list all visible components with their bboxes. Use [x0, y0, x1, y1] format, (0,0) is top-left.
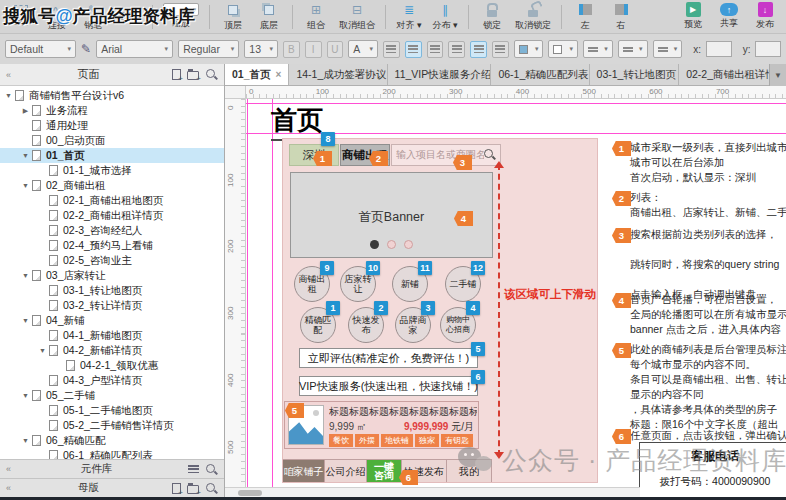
masters-search-button[interactable]: [205, 482, 218, 495]
vip-service-bar[interactable]: VIP快速服务(快速出租，快速找铺！): [299, 376, 478, 396]
font-size-dropdown[interactable]: 13▾: [244, 40, 278, 58]
tree-item[interactable]: 通用处理: [0, 118, 224, 133]
tree-item[interactable]: ▼03_店家转让: [0, 268, 224, 283]
tool-right[interactable]: 右: [608, 2, 634, 32]
phone-wireframe-panel[interactable]: 深圳 商铺出租 输入项目名或商圈名 8 1 2 3 首页Banner 4 商铺出…: [282, 138, 598, 483]
document-tab[interactable]: 11_VIP快速服务介绍×: [388, 64, 492, 85]
align-right-button[interactable]: [427, 41, 444, 58]
close-icon[interactable]: ×: [276, 69, 282, 80]
twisty-icon[interactable]: ▼: [21, 437, 30, 444]
horizontal-scrollbar[interactable]: [225, 487, 640, 497]
tool-align[interactable]: ≣对齐 ▾: [396, 2, 422, 32]
tree-item[interactable]: 04-2-1_领取优惠: [0, 358, 224, 373]
tree-item[interactable]: 05-1_二手铺地图页: [0, 403, 224, 418]
twisty-icon[interactable]: ▼: [4, 92, 13, 99]
tree-item[interactable]: 02-1_商铺出租地图页: [0, 193, 224, 208]
twisty-icon[interactable]: ▼: [38, 347, 47, 354]
tab-overflow-button[interactable]: ▼: [769, 64, 786, 86]
add-master-button[interactable]: [172, 483, 181, 494]
tree-item[interactable]: 04-1_新铺地图页: [0, 328, 224, 343]
tree-item[interactable]: 02-5_咨询业主: [0, 253, 224, 268]
scrollbar-handle[interactable]: [238, 490, 262, 496]
tree-item[interactable]: ▼06_精确匹配: [0, 433, 224, 448]
italic-button[interactable]: I: [305, 41, 322, 58]
tree-item[interactable]: 03-2_转让详情页: [0, 298, 224, 313]
tool-preview[interactable]: ▶预览: [680, 2, 706, 31]
border-color-dropdown[interactable]: ▾: [548, 40, 578, 58]
document-tab[interactable]: 03-1_转让地图页×: [590, 64, 680, 85]
carousel-dot[interactable]: [387, 240, 396, 249]
design-canvas[interactable]: 首页 深圳 商铺出租 输入项目名或商圈名 8 1 2 3 首页Banner 4 …: [246, 99, 786, 497]
tree-item[interactable]: 02-3_咨询经纪人: [0, 223, 224, 238]
tool-bottom[interactable]: 底层: [256, 2, 282, 32]
add-folder-button[interactable]: [187, 69, 199, 80]
phone-tab-一键咨询[interactable]: 一键咨询: [367, 459, 402, 482]
twisty-icon[interactable]: ▼: [21, 392, 30, 399]
edit-style-icon[interactable]: ✎: [81, 42, 91, 56]
valign-top-button[interactable]: [448, 41, 465, 58]
tool-unlock[interactable]: 取消锁定: [515, 2, 551, 32]
bold-button[interactable]: B: [283, 41, 300, 58]
line-width-dropdown[interactable]: ▾: [583, 40, 613, 58]
tree-item[interactable]: ▼01_首页: [0, 148, 224, 163]
listing-card[interactable]: 标题标题标题标题标题标题标题标题 9,999 ㎡ 9,999,999 元/月 餐…: [284, 401, 479, 449]
carousel-dot[interactable]: [404, 240, 413, 249]
style-dropdown[interactable]: Default▾: [5, 40, 76, 58]
font-dropdown[interactable]: Arial▾: [96, 40, 173, 58]
tree-item[interactable]: ▼02_商铺出租: [0, 178, 224, 193]
tree-item[interactable]: 00_启动页面: [0, 133, 224, 148]
tree-item[interactable]: ▶业务流程: [0, 103, 224, 118]
tree-item[interactable]: 01-1_城市选择: [0, 163, 224, 178]
phone-tab-公司介绍[interactable]: 公司介绍: [325, 459, 367, 482]
tree-item[interactable]: 03-1_转让地图页: [0, 283, 224, 298]
tree-item[interactable]: 05-2_二手铺销售详情页: [0, 418, 224, 433]
carousel-dot-active[interactable]: [370, 240, 379, 249]
tree-item[interactable]: ▼04_新铺: [0, 313, 224, 328]
tool-top[interactable]: 顶层: [220, 2, 246, 32]
tool-lock[interactable]: 锁定: [479, 2, 505, 32]
library-panel-header[interactable]: « 元件库: [0, 459, 224, 478]
tool-group[interactable]: ⊞组合: [303, 2, 329, 32]
tool-ungroup[interactable]: ⊟取消组合: [339, 2, 375, 32]
font-color-dropdown[interactable]: A▾: [348, 40, 378, 58]
x-input[interactable]: [706, 41, 732, 57]
tree-item[interactable]: 06-1_精确匹配列表: [0, 448, 224, 459]
valign-middle-button[interactable]: [470, 41, 487, 58]
document-tab[interactable]: 01_首页×: [225, 64, 289, 85]
font-weight-dropdown[interactable]: Regular▾: [178, 40, 239, 58]
evaluate-bar[interactable]: 立即评估(精准定价，免费评估！): [299, 348, 478, 368]
add-master-folder-button[interactable]: [187, 483, 199, 494]
guide-line-vertical[interactable]: [247, 99, 248, 497]
underline-button[interactable]: U: [327, 41, 344, 58]
tree-item[interactable]: ▼04-2_新铺详情页: [0, 343, 224, 358]
y-input[interactable]: [755, 41, 781, 57]
document-tab[interactable]: 14-1_成功签署协议×: [289, 64, 387, 85]
search-pages-button[interactable]: [205, 68, 218, 81]
tool-share[interactable]: ↑共享: [716, 3, 742, 30]
fill-color-dropdown[interactable]: ▾: [514, 40, 544, 58]
tree-item[interactable]: ▼商铺销售平台设计v6: [0, 88, 224, 103]
add-page-button[interactable]: [172, 69, 181, 80]
tree-item[interactable]: ▼05_二手铺: [0, 388, 224, 403]
document-tab[interactable]: 06-1_精确匹配列表×: [491, 64, 589, 85]
twisty-icon[interactable]: ▼: [21, 182, 30, 189]
arrow-style-dropdown[interactable]: ▾: [653, 40, 683, 58]
search-field[interactable]: 输入项目名或商圈名: [391, 144, 501, 166]
twisty-icon[interactable]: ▶: [21, 107, 30, 115]
align-left-button[interactable]: [383, 41, 400, 58]
align-center-button[interactable]: [405, 41, 422, 58]
tree-item[interactable]: 02-4_预约马上看铺: [0, 238, 224, 253]
library-menu-button[interactable]: [188, 465, 199, 473]
phone-tab-咱家铺子[interactable]: 咱家铺子: [283, 459, 325, 482]
guide-line-horizontal[interactable]: [246, 103, 786, 104]
twisty-icon[interactable]: ▼: [21, 152, 30, 159]
twisty-icon[interactable]: ▼: [21, 272, 30, 279]
masters-panel-header[interactable]: « 母版: [0, 478, 224, 497]
tree-item[interactable]: 02-2_商铺出租详情页: [0, 208, 224, 223]
tree-item[interactable]: 04-3_户型详情页: [0, 373, 224, 388]
twisty-icon[interactable]: ▼: [21, 317, 30, 324]
library-search-button[interactable]: [205, 463, 218, 476]
tool-left[interactable]: 左: [572, 2, 598, 32]
guide-line-vertical[interactable]: [272, 99, 273, 497]
tool-publish[interactable]: ↓发布: [752, 2, 778, 31]
